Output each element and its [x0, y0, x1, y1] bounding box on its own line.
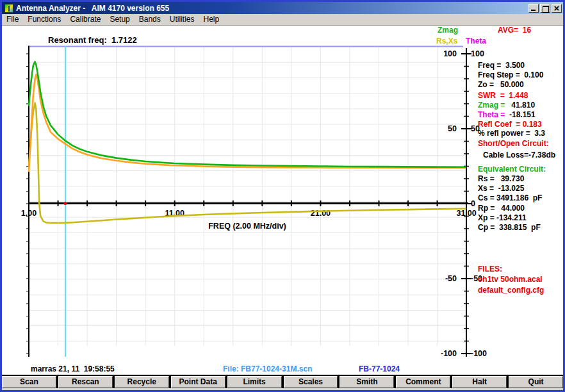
- y-label-theta: 100: [471, 49, 484, 58]
- recycle-button[interactable]: Recycle: [115, 376, 169, 388]
- reading-line: SWR = 1.448: [478, 92, 528, 100]
- scales-button[interactable]: Scales: [284, 376, 338, 388]
- menu-item-bands[interactable]: Bands: [135, 14, 165, 25]
- status-file-name: File: FB77-1024-31M.scn: [223, 364, 312, 373]
- x-label: 31.00: [456, 209, 476, 218]
- y-label-zscale: -50: [445, 274, 457, 283]
- limits-button[interactable]: Limits: [227, 376, 282, 388]
- y-label-zscale: -100: [441, 349, 457, 358]
- minimize-button[interactable]: [528, 4, 539, 13]
- reading-line: Rp = 44.000: [478, 204, 525, 213]
- legend-zmag: Zmag: [438, 26, 458, 35]
- title-bar: Antenna Analyzer - AIM 4170 version 655: [2, 2, 563, 14]
- scan-button[interactable]: Scan: [2, 376, 56, 388]
- quit-button[interactable]: Quit: [509, 376, 563, 388]
- reading-line: Cp = 338.815 pF: [478, 224, 541, 232]
- cursor-axis-marker: [63, 202, 67, 205]
- comment-button[interactable]: Comment: [396, 376, 450, 388]
- menu-item-utilities[interactable]: Utilities: [165, 14, 199, 25]
- reading-line: oh1tv 50ohm.acal: [478, 275, 543, 284]
- status-datetime: marras 21, 11 19:58:55: [31, 364, 115, 373]
- menu-item-functions[interactable]: Functions: [23, 14, 65, 25]
- reading-line: Theta = -18.151: [478, 111, 536, 119]
- reading-line: Xp = -134.211: [478, 214, 527, 222]
- y-label-zscale: 50: [448, 124, 457, 133]
- halt-button[interactable]: Halt: [452, 376, 507, 388]
- menu-item-help[interactable]: Help: [199, 14, 224, 25]
- reading-line: Cs = 3491.186 pF: [478, 194, 542, 202]
- reading-line: default_config.cfg: [478, 286, 544, 295]
- x-axis-title: FREQ (2.00 MHz/div): [208, 222, 286, 231]
- app-window: Antenna Analyzer - AIM 4170 version 655 …: [0, 0, 565, 392]
- reading-line: FILES:: [478, 265, 502, 274]
- menu-bar: FileFunctionsCalibrateSetupBandsUtilitie…: [2, 14, 563, 26]
- close-button[interactable]: [552, 4, 562, 13]
- reading-line: Xs = -13.025: [478, 184, 524, 193]
- reading-line: Freq = 3.500: [478, 61, 525, 70]
- menu-item-file[interactable]: File: [2, 14, 23, 25]
- legend-theta: Theta: [466, 37, 486, 45]
- menu-item-setup[interactable]: Setup: [105, 14, 134, 25]
- reading-line: Cable Loss=-7.38db: [483, 151, 555, 159]
- legend-rsxs: Rs,Xs: [436, 37, 457, 45]
- y-label-theta: 0: [471, 199, 475, 208]
- avg-label: AVG= 16: [498, 26, 531, 35]
- reading-line: Zo = 50.000: [478, 81, 524, 89]
- point-data-button[interactable]: Point Data: [171, 376, 225, 388]
- status-scan-name: FB-77-1024: [359, 364, 400, 373]
- reading-line: Short/Open Circuit:: [478, 140, 549, 148]
- y-label-zscale: 100: [443, 49, 457, 58]
- command-button-row: ScanRescanRecyclePoint DataLimitsScalesS…: [2, 375, 563, 390]
- maximize-button[interactable]: [540, 4, 550, 13]
- reading-line: % refl power = 3.3: [478, 129, 545, 138]
- reading-line: Zmag = 41.810: [478, 101, 535, 110]
- reading-line: Freq Step = 0.100: [478, 71, 543, 79]
- x-label: 1.00: [21, 209, 37, 218]
- x-label: 21.00: [311, 209, 331, 218]
- smith-button[interactable]: Smith: [340, 376, 394, 388]
- menu-item-calibrate[interactable]: Calibrate: [65, 14, 105, 25]
- y-label-theta: -100: [471, 349, 487, 358]
- chart-client-area: 10010050500-50-50-100-1001.0011.0021.003…: [2, 26, 563, 375]
- app-icon: [4, 4, 13, 13]
- curve-xs: [29, 103, 466, 223]
- rescan-button[interactable]: Rescan: [58, 376, 113, 388]
- curve-rs: [29, 74, 466, 172]
- resonant-freq-label: Resonant freq: 1.7122: [48, 35, 137, 45]
- reading-line: Refl Coef = 0.183: [478, 120, 542, 129]
- reading-line: Rs = 39.730: [478, 175, 524, 183]
- reading-line: Equivalent Circuit:: [478, 165, 546, 174]
- window-title: Antenna Analyzer - AIM 4170 version 655: [16, 4, 528, 13]
